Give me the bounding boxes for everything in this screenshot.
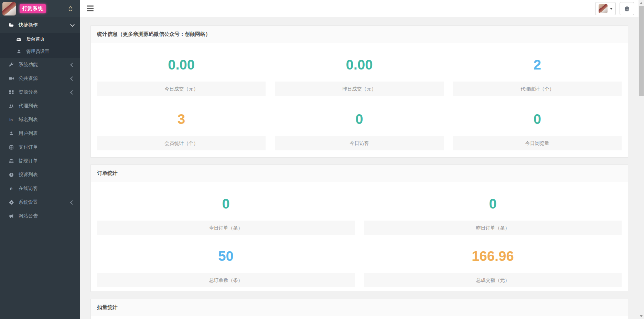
sidebar-item-withdraw-orders[interactable]: 提现订单 (0, 154, 80, 168)
bank-icon (8, 158, 14, 164)
main-content: 统计信息（更多亲测源码微信公众号：创颜网络） 0.00 今日成交（元） 0.00… (80, 17, 638, 319)
stat-value: 50 (97, 248, 355, 264)
sidebar-item-label: 系统设置 (19, 199, 38, 205)
sidebar-item-user-list[interactable]: 用户列表 (0, 127, 80, 140)
stat-cell: 0 今日访客 (275, 106, 443, 150)
chevron-icon (70, 22, 75, 27)
sidebar-item-payment-orders[interactable]: 支付订单 (0, 140, 80, 154)
sidebar-item-online-visitors[interactable]: e 在线访客 (0, 182, 80, 195)
stat-cell: 0 今日订单（条） (97, 191, 355, 235)
stat-label: 今日成交（元） (97, 82, 266, 96)
sidebar-item-label: 代理列表 (19, 103, 38, 109)
sidebar-item-system-settings[interactable]: 系统设置 (0, 195, 80, 209)
svg-text:in: in (9, 118, 13, 122)
video-icon (8, 76, 14, 81)
card-order-stats: 订单统计 0 今日订单（条） 0 昨日订单（条） 50 (90, 164, 628, 292)
trash-icon (624, 6, 630, 12)
brand-title: 打赏系统 (20, 4, 46, 13)
sidebar: 打赏系统 快捷操作 后台首页 管理员设置 (0, 0, 80, 319)
scrollbar-thumb[interactable] (639, 6, 644, 96)
trash-button[interactable] (620, 2, 634, 15)
stat-value: 2 (453, 57, 622, 73)
folder-open-icon (8, 22, 14, 28)
sidebar-item-label: 快捷操作 (19, 22, 38, 28)
sidebar-nav: 快捷操作 后台首页 管理员设置 系统功能 (0, 17, 80, 223)
stat-label: 今日订单（条） (97, 221, 355, 235)
stat-value: 0.00 (97, 57, 266, 73)
stat-label: 昨日订单（条） (364, 221, 622, 235)
exclamation-circle-icon (8, 172, 14, 178)
bullhorn-icon (8, 213, 14, 219)
sidebar-item-resource-categories[interactable]: 资源分类 (0, 85, 80, 99)
sidebar-item-label: 域名列表 (19, 117, 38, 123)
chevron-icon (70, 200, 75, 205)
user-dropdown-button[interactable] (595, 2, 616, 15)
gear-icon (8, 200, 14, 205)
scrollbar-down-arrow[interactable] (638, 313, 644, 319)
stat-value: 3 (97, 111, 266, 127)
database-icon (8, 145, 14, 150)
stat-cell: 0.00 今日成交（元） (97, 52, 266, 96)
grid-icon (8, 89, 14, 95)
dashboard-icon (16, 36, 22, 42)
wrench-icon (8, 62, 14, 67)
sidebar-item-complaint-list[interactable]: 投诉列表 (0, 168, 80, 182)
scrollbar-up-arrow[interactable] (638, 0, 644, 6)
sidebar-item-label: 公共资源 (19, 75, 38, 82)
sidebar-item-label: 网站公告 (19, 213, 38, 219)
stat-cell: 0.00 昨日成交（元） (275, 52, 443, 96)
card-deduction-stats-title: 扣量统计 (91, 299, 628, 316)
user-icon (8, 131, 14, 136)
stats-grid: 0.00 今日成交（元） 0.00 昨日成交（元） 2 代理统计（个） (97, 52, 622, 150)
users-icon (8, 103, 14, 109)
brand-bar: 打赏系统 (0, 0, 80, 17)
hamburger-icon[interactable] (87, 6, 94, 11)
stat-cell: 0 昨日订单（条） (364, 191, 622, 235)
stat-cell: 0 今日浏览量 (453, 106, 622, 150)
stat-label: 总成交额（元） (364, 273, 622, 287)
sidebar-item-label: 提现订单 (19, 158, 38, 164)
caret-down-icon (610, 8, 613, 10)
stat-cell: 3 会员统计（个） (97, 106, 266, 150)
card-deduction-stats: 扣量统计 (90, 299, 628, 319)
avatar (599, 4, 608, 13)
stat-label: 今日浏览量 (453, 136, 622, 150)
sidebar-item-label: 投诉列表 (19, 172, 38, 178)
chevron-icon (70, 63, 75, 67)
chevron-icon (70, 76, 75, 81)
stat-value: 0.00 (275, 57, 443, 73)
stat-label: 会员统计（个） (97, 136, 266, 150)
sidebar-item-label: 支付订单 (19, 144, 38, 150)
stat-value: 0 (97, 196, 355, 212)
sidebar-item-dashboard-home[interactable]: 后台首页 (0, 33, 80, 45)
svg-text:e: e (10, 186, 12, 191)
sidebar-item-label: 在线访客 (19, 185, 38, 192)
droplet-icon (68, 6, 73, 12)
sidebar-item-agent-list[interactable]: 代理列表 (0, 99, 80, 113)
sidebar-item-quick-actions[interactable]: 快捷操作 (0, 17, 80, 33)
card-order-stats-title: 订单统计 (91, 165, 628, 182)
sidebar-item-public-resources[interactable]: 公共资源 (0, 72, 80, 85)
sidebar-item-domain-list[interactable]: in 域名列表 (0, 113, 80, 127)
stat-label: 昨日成交（元） (275, 82, 443, 96)
card-stats-info-body: 0.00 今日成交（元） 0.00 昨日成交（元） 2 代理统计（个） (91, 43, 628, 157)
stat-value: 0 (275, 111, 443, 127)
sidebar-item-label: 用户列表 (19, 130, 38, 137)
stat-label: 代理统计（个） (453, 82, 622, 96)
visitor-e-icon: e (8, 186, 14, 191)
card-stats-info-title: 统计信息（更多亲测源码微信公众号：创颜网络） (91, 26, 628, 43)
user-icon (16, 49, 22, 54)
sidebar-item-admin-settings[interactable]: 管理员设置 (0, 45, 80, 58)
stat-value: 166.96 (364, 248, 622, 264)
card-order-stats-body: 0 今日订单（条） 0 昨日订单（条） 50 总订单数（条） 166. (91, 182, 628, 291)
sidebar-item-label: 后台首页 (26, 36, 45, 42)
chevron-icon (70, 90, 75, 95)
stat-label: 总订单数（条） (97, 273, 355, 287)
page-scrollbar[interactable] (638, 0, 644, 319)
stat-value: 0 (453, 111, 622, 127)
sidebar-item-system-functions[interactable]: 系统功能 (0, 58, 80, 72)
top-header (80, 0, 638, 17)
sidebar-item-site-announcement[interactable]: 网站公告 (0, 209, 80, 223)
sidebar-item-label: 管理员设置 (26, 49, 50, 55)
sidebar-item-label: 资源分类 (19, 89, 38, 95)
